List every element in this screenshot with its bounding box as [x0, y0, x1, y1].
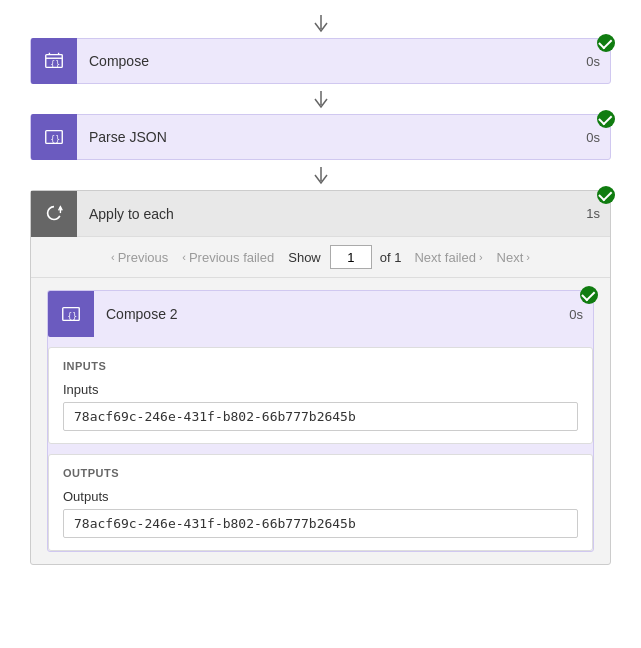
- compose-duration: 0s: [576, 54, 610, 69]
- inputs-field-label: Inputs: [63, 382, 578, 397]
- of-label: of 1: [380, 250, 402, 265]
- compose2-label: Compose 2: [94, 306, 559, 322]
- compose2-action-block: {} Compose 2 0s INPUTS Inputs 78acf69c-2…: [47, 290, 594, 552]
- chevron-right-failed-icon: ›: [479, 251, 483, 263]
- parse-json-icon: {}: [31, 114, 77, 160]
- parse-json-success-badge: [597, 110, 615, 128]
- outputs-field-label: Outputs: [63, 489, 578, 504]
- next-button[interactable]: Next ›: [492, 248, 535, 267]
- arrow-connector-1: [30, 86, 611, 114]
- page-input[interactable]: [330, 245, 372, 269]
- svg-text:{}: {}: [50, 59, 60, 69]
- previous-failed-button[interactable]: ‹ Previous failed: [177, 248, 279, 267]
- compose-action-block: {} Compose 0s: [30, 38, 611, 84]
- parse-json-action-block: {} Parse JSON 0s: [30, 114, 611, 160]
- previous-button[interactable]: ‹ Previous: [106, 248, 173, 267]
- arrow-connector-top: [30, 10, 611, 38]
- svg-text:{}: {}: [67, 311, 77, 321]
- show-label: Show: [288, 250, 321, 265]
- outputs-field-value: 78acf69c-246e-431f-b802-66b777b2645b: [63, 509, 578, 538]
- loop-icon: [31, 191, 77, 237]
- loop-duration: 1s: [576, 206, 610, 221]
- chevron-right-icon: ›: [526, 251, 530, 263]
- inputs-field-value: 78acf69c-246e-431f-b802-66b777b2645b: [63, 402, 578, 431]
- apply-to-each-block: Apply to each 1s ‹ Previous ‹ Previous f…: [30, 190, 611, 565]
- next-failed-button[interactable]: Next failed ›: [409, 248, 487, 267]
- compose2-header: {} Compose 2 0s: [48, 291, 593, 337]
- compose2-icon: {}: [48, 291, 94, 337]
- inputs-section: INPUTS Inputs 78acf69c-246e-431f-b802-66…: [48, 347, 593, 444]
- chevron-left-failed-icon: ‹: [182, 251, 186, 263]
- pagination-bar: ‹ Previous ‹ Previous failed Show of 1 N…: [31, 237, 610, 278]
- loop-success-badge: [597, 186, 615, 204]
- outputs-title: OUTPUTS: [63, 467, 578, 479]
- parse-json-label: Parse JSON: [77, 129, 576, 145]
- outputs-section: OUTPUTS Outputs 78acf69c-246e-431f-b802-…: [48, 454, 593, 551]
- chevron-left-icon: ‹: [111, 251, 115, 263]
- compose-label: Compose: [77, 53, 576, 69]
- compose-icon: {}: [31, 38, 77, 84]
- loop-label: Apply to each: [77, 206, 576, 222]
- svg-text:{}: {}: [50, 134, 60, 144]
- loop-header: Apply to each 1s: [31, 191, 610, 237]
- compose-success-badge: [597, 34, 615, 52]
- compose2-duration: 0s: [559, 307, 593, 322]
- parse-json-duration: 0s: [576, 130, 610, 145]
- inputs-title: INPUTS: [63, 360, 578, 372]
- arrow-connector-2: [30, 162, 611, 190]
- compose2-success-badge: [580, 286, 598, 304]
- loop-content: {} Compose 2 0s INPUTS Inputs 78acf69c-2…: [31, 278, 610, 564]
